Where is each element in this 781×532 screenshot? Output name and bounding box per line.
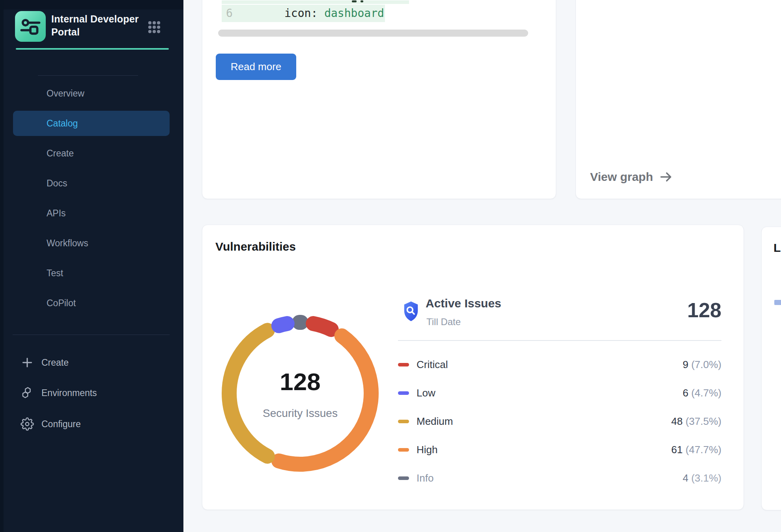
read-more-button[interactable]: Read more [216,54,296,80]
card-title-partial: L [774,241,781,255]
legend-count: 61 [671,444,683,456]
view-graph-label: View graph [590,170,653,184]
sidebar-item-workflows[interactable]: Workflows [13,228,170,258]
legend-label: Critical [417,359,448,371]
legend-label: Low [417,387,435,399]
horizontal-scrollbar[interactable] [218,30,528,37]
legend-label: Info [417,472,433,484]
legend-percent: (4.7%) [691,387,721,399]
graph-card: View graph [575,0,781,199]
sidebar-item-environments[interactable]: Environments [0,379,183,407]
donut-center-value: 128 [213,369,387,395]
docs-preview-card: 6 icon: dashboard Read more [202,0,556,199]
sidebar-item-create-bottom[interactable]: Create [0,348,183,377]
card-title: Vulnerabilities [215,240,296,253]
legend-value: 9 (7.0%) [683,359,721,371]
view-graph-link[interactable]: View graph [590,170,673,184]
legend-percent: (47.7%) [686,444,721,456]
sidebar-divider-top [38,75,138,76]
app-logo[interactable] [15,11,46,42]
legend-percent: (37.5%) [686,415,721,427]
hexagons-icon [21,386,34,400]
legend-color-pill [398,391,409,395]
donut-center-label: Security Issues [213,407,387,420]
footer-item-label: Configure [41,419,81,430]
donut-segment-high[interactable] [279,336,371,464]
vulnerabilities-card: Vulnerabilities 128 Security Issues Acti… [202,225,744,510]
active-issues-total: 128 [603,298,721,322]
legend-count: 9 [683,359,688,370]
yaml-key: icon: [284,7,318,20]
legend-percent: (7.0%) [691,359,721,370]
sidebar-item-label: Docs [47,178,67,189]
sidebar-item-label: Workflows [47,238,88,249]
legend-row-medium: Medium 48 (37.5%) [398,407,721,435]
active-issues-subtitle: Till Date [426,316,461,327]
donut-segment-low[interactable] [279,324,287,326]
sidebar-item-overview[interactable]: Overview [13,78,170,108]
languages-card-partial: L [761,227,781,510]
shield-search-icon [402,300,420,323]
sidebar-top-band [0,0,183,9]
sidebar-item-docs[interactable]: Docs [13,168,170,198]
legend-count: 48 [671,415,683,427]
apps-grid-icon[interactable] [147,20,162,35]
legend-percent: (3.1%) [691,472,721,484]
sidebar-nav: OverviewCatalogCreateDocsAPIsWorkflowsTe… [13,78,170,318]
code-line-6: 6 icon: dashboard [222,5,385,22]
legend-count: 6 [683,387,688,399]
sidebar-accent-rule [16,48,169,50]
donut-segment-critical[interactable] [313,324,331,329]
yaml-value: dashboard [324,7,384,20]
legend-row-low: Low 6 (4.7%) [398,379,721,407]
internal-developer-portal-page: Internal Developer Portal OverviewCatalo… [0,0,781,532]
sidebar-item-label: Overview [47,88,84,99]
legend-color-pill [398,448,409,452]
gear-icon [21,417,34,431]
legend-count: 4 [683,472,688,484]
sidebar-divider-bottom [13,335,170,335]
app-title: Internal Developer Portal [51,13,150,39]
sidebar-item-label: Test [47,268,63,279]
sidebar-item-label: Catalog [47,118,78,129]
legend-row-high: High 61 (47.7%) [398,435,721,464]
severity-legend: Critical 9 (7.0%) Low 6 (4.7%) Medium 48… [398,350,721,492]
legend-value: 48 (37.5%) [671,415,721,428]
code-line-5-partial [222,0,409,4]
sidebar-item-copilot[interactable]: CoPilot [13,288,170,318]
sidebar-item-label: CoPilot [47,298,76,309]
workflow-nodes-icon [19,15,42,38]
footer-item-label: Create [41,357,69,368]
sidebar-item-label: APIs [47,208,66,219]
sidebar: Internal Developer Portal OverviewCatalo… [0,0,183,532]
legend-value: 4 (3.1%) [683,472,721,484]
sidebar-item-catalog[interactable]: Catalog [13,111,170,136]
legend-color-pill [398,363,409,366]
plus-icon [21,356,34,369]
footer-item-label: Environments [41,388,97,398]
sidebar-item-apis[interactable]: APIs [13,198,170,228]
code-line-number: 6 [226,5,233,22]
legend-color-pill [398,476,409,480]
sidebar-edge-gutter [0,0,4,532]
bar-chart-fragment [774,300,781,305]
legend-value: 6 (4.7%) [683,387,721,399]
sidebar-item-label: Create [47,148,74,159]
panel-divider [398,340,721,341]
security-issues-donut-chart[interactable]: 128 Security Issues [213,307,387,480]
legend-row-info: Info 4 (3.1%) [398,464,721,492]
code-text: icon: dashboard [284,5,384,22]
sidebar-item-configure[interactable]: Configure [0,410,183,438]
active-issues-title: Active Issues [426,297,501,310]
sidebar-item-create[interactable]: Create [13,138,170,168]
legend-row-critical: Critical 9 (7.0%) [398,350,721,379]
arrow-right-icon [659,170,673,184]
legend-value: 61 (47.7%) [671,444,721,456]
legend-label: Medium [417,415,453,428]
legend-label: High [417,444,437,456]
sidebar-item-test[interactable]: Test [13,258,170,288]
legend-color-pill [398,420,409,423]
